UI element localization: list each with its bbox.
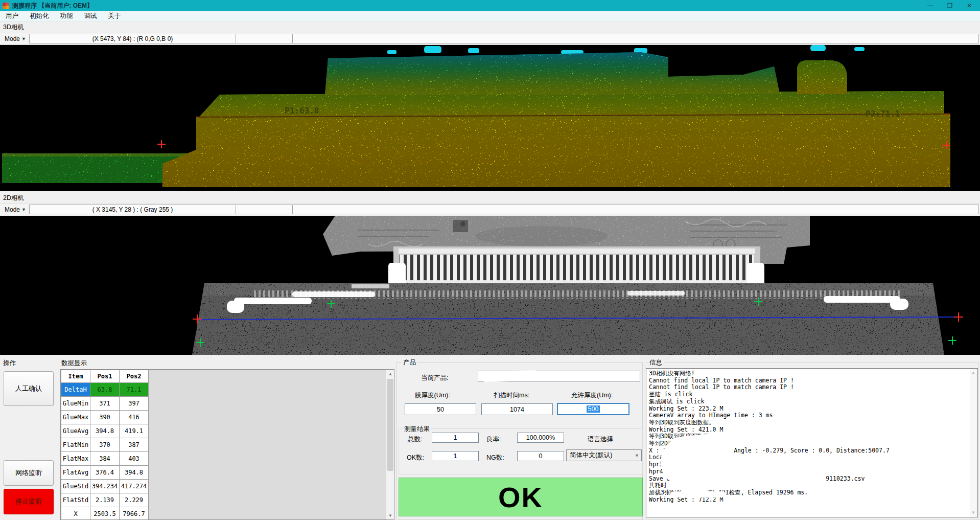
- cell-item: FlatStd: [61, 493, 90, 507]
- log-line: Cannot find local IP to match camera IP …: [649, 377, 975, 385]
- scan-time-label: 扫描时间ms:: [494, 391, 529, 400]
- table-row[interactable]: GlueStd394.234417.274: [61, 480, 149, 493]
- table-header-cell: Item: [61, 370, 90, 383]
- pixel-status-3d: (X 5473, Y 84) : (R 0,G 0,B 0): [29, 34, 236, 43]
- camera3d-label: 3D相机: [3, 23, 24, 32]
- log-line: 等到3D取到灰度图数据。: [649, 419, 975, 426]
- product-label: 产品: [402, 358, 417, 367]
- table-row[interactable]: GlueMin371397: [61, 397, 149, 411]
- allow-thickness-label: 允许厚度(Um):: [571, 391, 613, 400]
- result-status-panel: OK: [399, 478, 643, 516]
- cell-item: FlatAvg: [61, 466, 90, 480]
- title-bar: 测膜程序 【当前用户: OEM】 — ❐ ✕: [0, 0, 980, 11]
- camera3d-modebar: Mode ▼ (X 5473, Y 84) : (R 0,G 0,B 0): [0, 33, 980, 44]
- maximize-button[interactable]: ❐: [940, 0, 960, 11]
- operation-label: 操作: [3, 359, 16, 368]
- cell-item: FlatMin: [61, 438, 90, 452]
- data-table: ItemPos1Pos2 DeltaH63.871.1GlueMin371397…: [61, 370, 149, 520]
- mode-label: Mode: [5, 206, 20, 213]
- scroll-up-icon[interactable]: ▲: [386, 370, 394, 378]
- cell-value: 394.8: [120, 466, 149, 480]
- table-row[interactable]: X2503.57966.7: [61, 507, 149, 520]
- log-scrollbar[interactable]: ▲ ▼: [970, 369, 977, 516]
- p2-measurement-label: P2:71.1: [866, 109, 900, 119]
- menu-item-3[interactable]: 功能: [55, 11, 79, 21]
- log-line: Working Set : 223.2 M: [649, 405, 975, 413]
- info-label: 信息: [648, 358, 664, 367]
- menu-item-1[interactable]: 用户: [0, 11, 24, 21]
- camera2d-modebar: Mode ▼ ( X 3145, Y 28 ) : ( Gray 255 ): [0, 204, 980, 215]
- log-line: 登陆 is click: [649, 391, 975, 398]
- camera2d-label: 2D相机: [3, 194, 24, 202]
- cell-value: 403: [120, 452, 149, 466]
- cell-value: 2.139: [90, 493, 120, 507]
- data-table-container: ItemPos1Pos2 DeltaH63.871.1GlueMin371397…: [60, 369, 394, 520]
- menu-item-4[interactable]: 调试: [79, 11, 103, 21]
- cell-value: 394.234: [90, 480, 120, 493]
- close-button[interactable]: ✕: [960, 0, 979, 11]
- redaction-scribble: [481, 370, 539, 382]
- selected-text: 500: [587, 405, 600, 413]
- cell-value: 63.8: [90, 383, 120, 397]
- table-row[interactable]: FlatMin370387: [61, 438, 149, 452]
- mode-dropdown-3d[interactable]: Mode ▼: [1, 33, 30, 44]
- scroll-down-icon[interactable]: ▼: [970, 509, 977, 516]
- data-display-label: 数据显示: [61, 359, 87, 368]
- table-header-row: ItemPos1Pos2: [61, 370, 149, 383]
- chevron-down-icon: ▼: [21, 36, 26, 41]
- mode-label: Mode: [5, 35, 20, 42]
- table-row[interactable]: FlatStd2.1392.229: [61, 493, 149, 507]
- manual-confirm-button[interactable]: 人工确认: [4, 371, 54, 406]
- cell-value: 384: [90, 452, 120, 466]
- scroll-down-icon[interactable]: ▼: [386, 511, 394, 519]
- film-thickness-input[interactable]: 50: [405, 403, 476, 415]
- table-scrollbar[interactable]: ▲ ▼: [386, 370, 394, 519]
- menu-item-5[interactable]: 关于: [103, 11, 127, 21]
- camera3d-view[interactable]: P1:63.8 P2:71.1: [0, 45, 980, 191]
- cell-value: 394.8: [90, 424, 120, 438]
- cell-item: GlueAvg: [61, 424, 90, 438]
- total-input[interactable]: 1: [432, 433, 479, 443]
- film-thickness-label: 膜厚度(Um):: [415, 391, 450, 400]
- cell-item: X: [61, 507, 90, 520]
- ok-count-input[interactable]: 1: [432, 451, 479, 461]
- cell-value: 376.4: [90, 466, 120, 480]
- table-row[interactable]: FlatAvg376.4394.8: [61, 466, 149, 480]
- redaction-scribble: [670, 484, 728, 490]
- allow-thickness-input[interactable]: 500: [557, 403, 629, 415]
- yield-label: 良率:: [486, 435, 501, 444]
- camera2d-view[interactable]: [0, 216, 980, 355]
- connector-strip: [388, 246, 764, 286]
- scroll-up-icon[interactable]: ▲: [970, 369, 977, 376]
- app-window: 测膜程序 【当前用户: OEM】 — ❐ ✕ 用户初始化功能调试关于 3D相机 …: [0, 0, 980, 520]
- window-title: 测膜程序 【当前用户: OEM】: [12, 2, 93, 10]
- cell-item: FlatMax: [61, 452, 90, 466]
- chevron-down-icon: ▼: [21, 207, 26, 212]
- log-line: CameraV array to HImage time : 3 ms: [649, 412, 975, 419]
- scan-time-input[interactable]: 1074: [481, 403, 553, 415]
- cell-item: GlueMax: [61, 411, 90, 424]
- table-row[interactable]: DeltaH63.871.1: [61, 383, 149, 397]
- heightmap-image: P1:63.8 P2:71.1: [0, 45, 980, 191]
- p1-measurement-label: P1:63.8: [285, 106, 319, 116]
- data-table-body: DeltaH63.871.1GlueMin371397GlueMax390416…: [61, 383, 149, 520]
- menu-bar: 用户初始化功能调试关于: [0, 11, 980, 21]
- ng-count-input[interactable]: 0: [517, 451, 564, 461]
- network-listen-button[interactable]: 网络监听: [4, 460, 54, 486]
- cell-value: 416: [120, 411, 149, 424]
- yield-input[interactable]: 100.000%: [517, 433, 564, 443]
- table-row[interactable]: GlueAvg394.8419.1: [61, 424, 149, 438]
- pixel-status-2d: ( X 3145, Y 28 ) : ( Gray 255 ): [29, 205, 236, 214]
- current-product-label: 当前产品:: [421, 374, 448, 382]
- log-line: Working Set : 421.0 M: [649, 426, 975, 434]
- table-row[interactable]: GlueMax390416: [61, 411, 149, 424]
- mode-dropdown-2d[interactable]: Mode ▼: [1, 204, 30, 215]
- menu-item-2[interactable]: 初始化: [24, 11, 55, 21]
- minimize-button[interactable]: —: [921, 0, 940, 11]
- total-label: 总数:: [408, 435, 422, 444]
- log-line: 集成调试 is click: [649, 398, 975, 405]
- language-select[interactable]: 简体中文(默认) ▼: [566, 449, 642, 461]
- table-row[interactable]: FlatMax384403: [61, 452, 149, 466]
- stop-listen-button[interactable]: 停止监听: [4, 489, 54, 514]
- scrollbar-thumb[interactable]: [387, 379, 393, 471]
